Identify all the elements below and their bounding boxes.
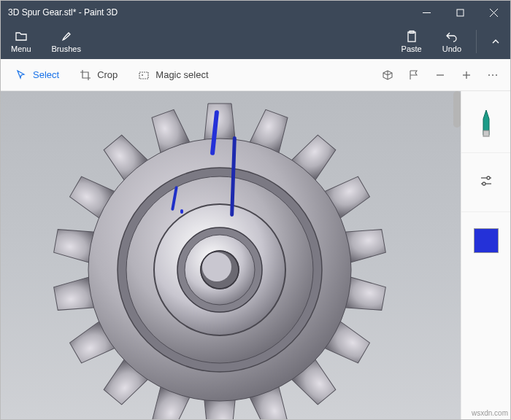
zoom-out-button[interactable] bbox=[427, 65, 453, 85]
zoom-in-button[interactable] bbox=[453, 65, 480, 85]
magic-select-label: Magic select bbox=[155, 69, 208, 80]
crop-tool[interactable]: Crop bbox=[69, 65, 128, 85]
pen-stroke bbox=[180, 209, 183, 214]
select-tool[interactable]: Select bbox=[5, 65, 69, 85]
side-panel bbox=[461, 91, 510, 419]
close-button[interactable] bbox=[477, 1, 510, 24]
plus-icon bbox=[461, 69, 472, 81]
svg-point-13 bbox=[496, 74, 497, 76]
brushes-label: Brushes bbox=[52, 44, 81, 53]
crop-icon bbox=[80, 69, 91, 81]
crop-label: Crop bbox=[97, 69, 118, 80]
app-window: 3D Spur Gear.stl* - Paint 3D Menu Brushe… bbox=[0, 0, 511, 420]
minus-icon bbox=[434, 69, 446, 81]
svg-rect-25 bbox=[483, 131, 489, 136]
clipboard-icon bbox=[405, 30, 418, 43]
paste-label: Paste bbox=[402, 44, 422, 53]
canvas-3d-view[interactable] bbox=[1, 91, 461, 419]
svg-rect-1 bbox=[457, 9, 464, 16]
brushes-button[interactable]: Brushes bbox=[42, 24, 91, 59]
toolbar: Select Crop Magic select bbox=[1, 59, 510, 91]
flag-icon bbox=[408, 69, 420, 81]
content-area bbox=[1, 91, 510, 419]
gear-model[interactable] bbox=[37, 98, 402, 419]
view-3d-button[interactable] bbox=[374, 65, 401, 85]
menu-label: Menu bbox=[11, 44, 31, 53]
folder-icon bbox=[15, 30, 28, 43]
window-title: 3D Spur Gear.stl* - Paint 3D bbox=[1, 1, 410, 24]
ellipsis-icon bbox=[487, 69, 499, 81]
minimize-button[interactable] bbox=[410, 1, 443, 24]
divider bbox=[476, 30, 477, 53]
sliders-icon bbox=[479, 174, 493, 188]
svg-rect-6 bbox=[139, 72, 148, 79]
svg-point-29 bbox=[483, 182, 485, 185]
brush-icon bbox=[60, 30, 73, 43]
undo-label: Undo bbox=[442, 44, 461, 53]
ribbon: Menu Brushes Paste Undo bbox=[1, 24, 510, 59]
magic-select-tool[interactable]: Magic select bbox=[128, 65, 218, 85]
cursor-icon bbox=[15, 69, 27, 81]
title-bar: 3D Spur Gear.stl* - Paint 3D bbox=[1, 1, 510, 24]
select-label: Select bbox=[33, 69, 59, 80]
svg-point-27 bbox=[487, 176, 490, 179]
maximize-button[interactable] bbox=[443, 1, 477, 24]
marker-icon bbox=[479, 109, 493, 138]
color-swatch[interactable] bbox=[474, 228, 499, 253]
watermark: wsxdn.com bbox=[472, 409, 508, 417]
undo-button[interactable]: Undo bbox=[432, 24, 472, 59]
magic-select-icon bbox=[138, 69, 150, 81]
svg-point-12 bbox=[492, 74, 493, 76]
expand-ribbon-button[interactable] bbox=[481, 24, 510, 59]
menu-button[interactable]: Menu bbox=[1, 24, 42, 59]
divider bbox=[461, 211, 510, 212]
chevron-up-icon bbox=[491, 37, 500, 46]
brush-settings-button[interactable] bbox=[479, 160, 493, 204]
flag-button[interactable] bbox=[401, 65, 427, 85]
vertical-scroll-thumb[interactable] bbox=[453, 91, 461, 128]
paste-button[interactable]: Paste bbox=[391, 24, 432, 59]
undo-icon bbox=[445, 30, 458, 43]
more-button[interactable] bbox=[480, 65, 506, 85]
cube-icon bbox=[382, 69, 393, 81]
svg-point-7 bbox=[142, 74, 143, 76]
svg-point-11 bbox=[488, 74, 490, 76]
brush-preview[interactable] bbox=[475, 109, 497, 138]
divider bbox=[461, 152, 510, 153]
